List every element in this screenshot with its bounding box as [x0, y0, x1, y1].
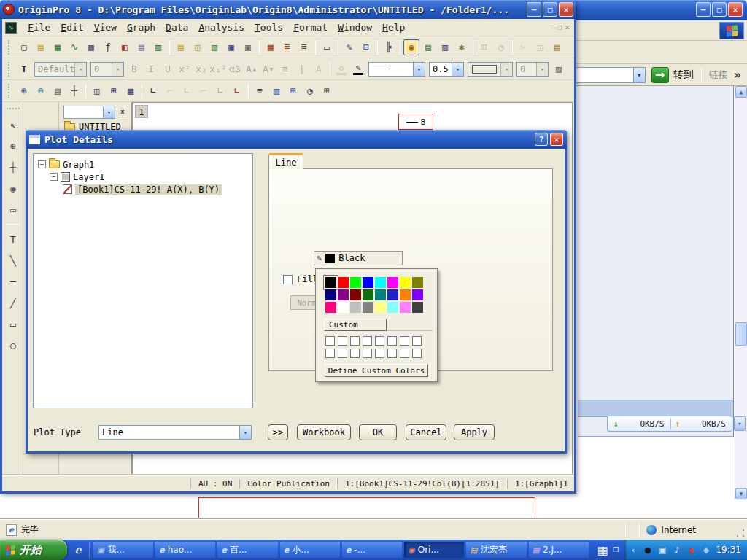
links-label[interactable]: 链接	[709, 69, 728, 82]
resize-grip[interactable]	[735, 528, 746, 538]
color-swatch-cyan[interactable]	[375, 277, 386, 288]
menu-analysis[interactable]: Analysis	[193, 20, 249, 34]
taskbar-task[interactable]: e百...	[217, 542, 277, 558]
open-excel-icon[interactable]: ▥	[206, 39, 222, 55]
taskbar-task[interactable]: e小...	[280, 542, 340, 558]
line-tool-icon[interactable]: ─	[5, 273, 21, 289]
taskbar-task[interactable]: e-...	[342, 542, 402, 558]
taskbar-task[interactable]: ◉Ori...	[404, 542, 464, 558]
origin-titlebar[interactable]: OriginPro 8 - D:\Program Files\OriginLab…	[0, 0, 576, 19]
custom-color-swatch[interactable]	[412, 336, 422, 346]
new-layout-icon[interactable]: ◧	[117, 39, 133, 55]
network-status-icon[interactable]: ▣	[657, 544, 668, 556]
new-matrix-icon[interactable]: ▩	[83, 39, 99, 55]
custom-color-swatch[interactable]	[363, 336, 372, 346]
save-project-icon[interactable]: ▣	[223, 39, 239, 55]
color-swatch-white[interactable]	[338, 302, 349, 313]
explorer-close-button[interactable]: x	[117, 106, 128, 117]
new-project-icon[interactable]: ▢	[16, 39, 32, 55]
project-explorer-icon[interactable]: ╠	[381, 39, 397, 55]
custom-color-swatch[interactable]	[350, 349, 360, 358]
apply-button[interactable]: Apply	[454, 424, 495, 440]
color-swatch-violet[interactable]	[412, 289, 423, 300]
custom-color-swatch[interactable]	[387, 349, 397, 358]
color-swatch-yellow[interactable]	[400, 277, 411, 288]
color-select[interactable]: ✎ Black	[314, 251, 403, 265]
go-button[interactable]: →	[651, 67, 669, 83]
paste-icon[interactable]: ▤	[549, 39, 565, 55]
color-swatch-dark-yellow[interactable]	[412, 277, 423, 288]
color-swatch-dark-gray[interactable]	[412, 302, 423, 313]
import-multiple-ascii-icon[interactable]: ≣	[296, 39, 312, 55]
color-swatch-magenta[interactable]	[387, 277, 398, 288]
webpage-highlighted-row[interactable]	[578, 400, 733, 417]
dual-panel-icon[interactable]: ⊟	[358, 39, 374, 55]
save-template-icon[interactable]: ▣	[240, 39, 256, 55]
mdi-restore-icon[interactable]: ❒	[557, 23, 562, 32]
color-swatch-lt-magenta[interactable]	[400, 302, 411, 313]
zoom-tool-icon[interactable]: ⊕	[5, 138, 21, 154]
go-label[interactable]: 转到	[673, 69, 694, 82]
line-color-icon[interactable]: ✎	[350, 61, 366, 77]
color-swatch-pink[interactable]	[325, 302, 336, 313]
dialog-help-button[interactable]: ?	[535, 133, 548, 146]
custom-color-swatch[interactable]	[325, 336, 335, 346]
scrollbar-thumb[interactable]	[735, 322, 747, 346]
axis-zoom-out-icon[interactable]: ∟	[229, 83, 245, 99]
volume-icon[interactable]: ♪	[671, 544, 683, 556]
screen-reader-icon[interactable]: ┼	[5, 159, 21, 175]
scroll-down-button[interactable]: ▼	[735, 488, 747, 499]
origin-maximize-button[interactable]: □	[543, 2, 557, 17]
open-icon[interactable]: ▤	[173, 39, 189, 55]
text-format-icon[interactable]: T	[16, 61, 32, 77]
line-style-select[interactable]: ▾	[368, 62, 425, 77]
arrange-layers-icon[interactable]: ▦	[123, 83, 139, 99]
extract-layer-icon[interactable]: ◫	[89, 83, 105, 99]
origin-close-button[interactable]: ✕	[559, 2, 573, 17]
new-bottom-axis-icon[interactable]: ∟	[145, 83, 161, 99]
security-shield-icon[interactable]: ◆	[686, 544, 697, 556]
color-swatch-orange[interactable]	[400, 289, 411, 300]
color-swatch-green[interactable]	[350, 277, 361, 288]
ie-maximize-button[interactable]: □	[712, 2, 727, 17]
menu-help[interactable]: Help	[377, 20, 410, 34]
menu-file[interactable]: File	[23, 20, 55, 34]
scroll-up-button[interactable]: ▲	[735, 86, 747, 98]
open-template-icon[interactable]: ◫	[190, 39, 206, 55]
edit-mode-icon[interactable]: ✎	[341, 39, 357, 55]
menu-data[interactable]: Data	[160, 20, 193, 34]
dialog-titlebar[interactable]: Plot Details ? ✕	[26, 130, 567, 149]
workbook-button[interactable]: Workbook	[297, 424, 351, 440]
results-log-icon[interactable]: ▤	[420, 39, 436, 55]
fill-checkbox[interactable]	[283, 275, 293, 284]
tree-item-layer1[interactable]: − Layer1	[34, 171, 252, 183]
color-swatch-blue[interactable]	[363, 277, 374, 288]
tree-collapse-icon[interactable]: −	[38, 160, 46, 168]
cancel-button[interactable]: Cancel	[406, 424, 446, 440]
data-reader-icon[interactable]: ◉	[5, 180, 21, 196]
menu-view[interactable]: View	[89, 20, 122, 34]
zoom-out-icon[interactable]: ⊖	[33, 83, 49, 99]
import-wizard-icon[interactable]: ▦	[263, 39, 279, 55]
new-function-icon[interactable]: ƒ	[100, 39, 116, 55]
data-selector-icon[interactable]: ▭	[5, 201, 21, 217]
custom-color-swatch[interactable]	[350, 336, 360, 346]
print-icon[interactable]: ▭	[319, 39, 335, 55]
expand-button[interactable]: >>	[268, 424, 288, 440]
color-swatch-gray[interactable]	[363, 302, 374, 313]
arrow-tool-icon[interactable]: ╲	[5, 252, 21, 268]
custom-color-swatch[interactable]	[325, 349, 335, 358]
zoom-in-icon[interactable]: ⊕	[16, 83, 32, 99]
taskbar-task[interactable]: ▣我...	[93, 542, 153, 558]
tree-item-dataplot[interactable]: [Book1]CS-11-29! A(X), B(Y)	[34, 183, 252, 195]
new-notes-icon[interactable]: ▤	[133, 39, 150, 55]
color-swatch-wine[interactable]	[350, 289, 361, 300]
new-workbook-icon[interactable]: ▦	[50, 39, 66, 55]
tree-item-graph1[interactable]: − Graph1	[34, 158, 252, 171]
add-xy-scaler-icon[interactable]: ⊞	[285, 83, 301, 99]
custom-color-swatch[interactable]	[338, 336, 347, 346]
custom-color-swatch[interactable]	[400, 349, 409, 358]
qq-icon[interactable]: ●	[642, 544, 654, 556]
new-excel-icon[interactable]: ▥	[150, 39, 166, 55]
color-swatch-lt-cyan[interactable]	[387, 302, 398, 313]
